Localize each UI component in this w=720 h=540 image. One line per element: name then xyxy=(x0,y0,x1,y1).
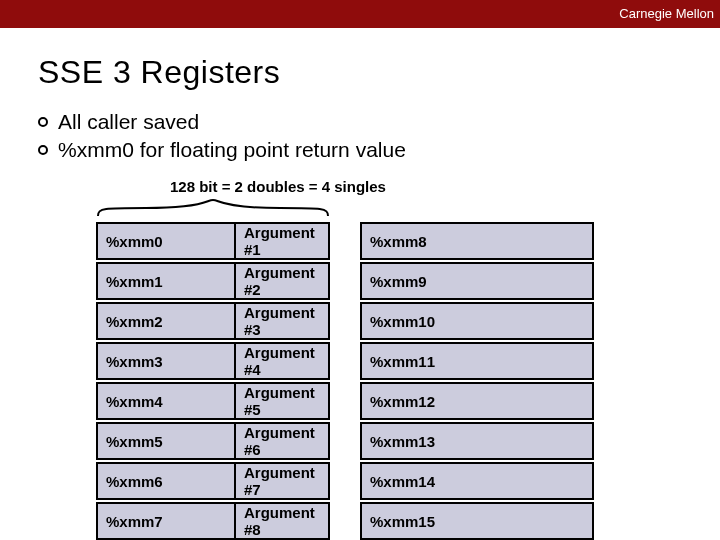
bullet-text: All caller saved xyxy=(58,110,199,134)
reg-name-cell: %xmm13 xyxy=(360,422,594,460)
bullet-item: All caller saved xyxy=(38,110,406,134)
reg-name-cell: %xmm2 xyxy=(96,302,236,340)
gap xyxy=(330,222,360,260)
table-row: %xmm6 Argument #7 %xmm14 xyxy=(96,462,594,500)
reg-name-cell: %xmm12 xyxy=(360,382,594,420)
reg-name-cell: %xmm10 xyxy=(360,302,594,340)
bullet-item: %xmm0 for floating point return value xyxy=(38,138,406,162)
gap xyxy=(330,342,360,380)
register-table: %xmm0 Argument #1 %xmm8 %xmm1 Argument #… xyxy=(96,220,594,540)
reg-arg-cell: Argument #2 xyxy=(236,262,330,300)
gap xyxy=(330,382,360,420)
reg-name-cell: %xmm1 xyxy=(96,262,236,300)
brace-caption: 128 bit = 2 doubles = 4 singles xyxy=(170,178,386,195)
reg-name-cell: %xmm6 xyxy=(96,462,236,500)
reg-arg-cell: Argument #1 xyxy=(236,222,330,260)
curly-brace-icon xyxy=(96,198,330,218)
reg-name-cell: %xmm9 xyxy=(360,262,594,300)
reg-arg-cell: Argument #3 xyxy=(236,302,330,340)
gap xyxy=(330,422,360,460)
reg-name-cell: %xmm7 xyxy=(96,502,236,540)
table-row: %xmm1 Argument #2 %xmm9 xyxy=(96,262,594,300)
slide-title: SSE 3 Registers xyxy=(38,54,280,91)
gap xyxy=(330,462,360,500)
reg-arg-cell: Argument #5 xyxy=(236,382,330,420)
slide: Carnegie Mellon SSE 3 Registers All call… xyxy=(0,0,720,540)
reg-name-cell: %xmm4 xyxy=(96,382,236,420)
reg-name-cell: %xmm15 xyxy=(360,502,594,540)
table-row: %xmm2 Argument #3 %xmm10 xyxy=(96,302,594,340)
reg-arg-cell: Argument #4 xyxy=(236,342,330,380)
table-row: %xmm4 Argument #5 %xmm12 xyxy=(96,382,594,420)
table-row: %xmm5 Argument #6 %xmm13 xyxy=(96,422,594,460)
reg-name-cell: %xmm5 xyxy=(96,422,236,460)
gap xyxy=(330,502,360,540)
brand-label: Carnegie Mellon xyxy=(619,6,714,21)
reg-name-cell: %xmm14 xyxy=(360,462,594,500)
table-row: %xmm7 Argument #8 %xmm15 xyxy=(96,502,594,540)
bullet-icon xyxy=(38,117,48,127)
bullet-text: %xmm0 for floating point return value xyxy=(58,138,406,162)
table-row: %xmm3 Argument #4 %xmm11 xyxy=(96,342,594,380)
gap xyxy=(330,262,360,300)
reg-arg-cell: Argument #8 xyxy=(236,502,330,540)
reg-name-cell: %xmm11 xyxy=(360,342,594,380)
reg-name-cell: %xmm0 xyxy=(96,222,236,260)
reg-arg-cell: Argument #7 xyxy=(236,462,330,500)
bullet-icon xyxy=(38,145,48,155)
bullet-list: All caller saved %xmm0 for floating poin… xyxy=(38,110,406,166)
topbar: Carnegie Mellon xyxy=(0,0,720,28)
gap xyxy=(330,302,360,340)
reg-arg-cell: Argument #6 xyxy=(236,422,330,460)
table-row: %xmm0 Argument #1 %xmm8 xyxy=(96,222,594,260)
reg-name-cell: %xmm3 xyxy=(96,342,236,380)
reg-name-cell: %xmm8 xyxy=(360,222,594,260)
